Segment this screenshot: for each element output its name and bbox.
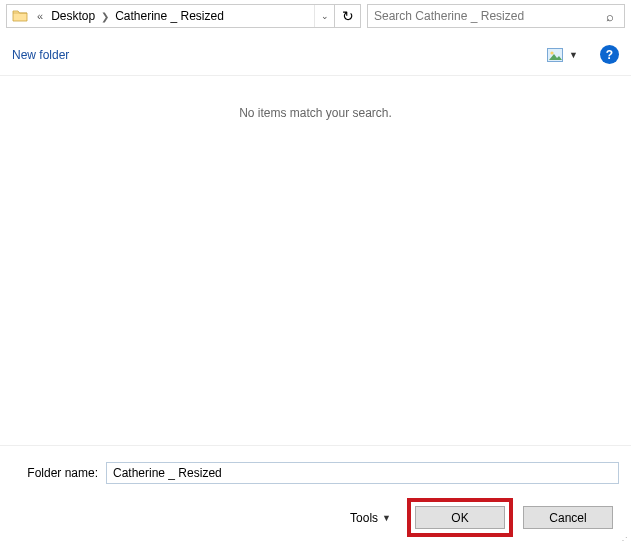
view-options-button[interactable]: ▼ xyxy=(543,46,582,64)
dialog-footer: Folder name: Tools ▼ OK Cancel ⋰ xyxy=(0,446,631,542)
address-toolbar: « Desktop ❯ Catherine _ Resized ⌄ ↻ ⌕ xyxy=(0,0,631,34)
command-bar: New folder ▼ ? xyxy=(0,34,631,76)
address-bar[interactable]: « Desktop ❯ Catherine _ Resized ⌄ ↻ xyxy=(6,4,361,28)
search-icon[interactable]: ⌕ xyxy=(596,5,624,27)
chevron-right-icon: ❯ xyxy=(99,11,111,22)
address-history-dropdown[interactable]: ⌄ xyxy=(314,5,334,27)
cancel-button[interactable]: Cancel xyxy=(523,506,613,529)
empty-results-message: No items match your search. xyxy=(0,76,631,120)
new-folder-button[interactable]: New folder xyxy=(12,48,69,62)
picture-icon xyxy=(547,48,563,62)
file-list-area: No items match your search. xyxy=(0,76,631,446)
chevron-down-icon: ▼ xyxy=(382,513,391,523)
folder-name-input[interactable] xyxy=(106,462,619,484)
search-input[interactable] xyxy=(368,9,596,23)
refresh-button[interactable]: ↻ xyxy=(334,5,360,27)
ok-highlight: OK xyxy=(407,498,513,537)
chevron-down-icon: ▼ xyxy=(569,50,578,60)
tools-menu-button[interactable]: Tools ▼ xyxy=(350,511,391,525)
help-button[interactable]: ? xyxy=(600,45,619,64)
svg-point-1 xyxy=(550,51,553,54)
breadcrumb-root[interactable]: Desktop xyxy=(47,9,99,23)
ok-button[interactable]: OK xyxy=(415,506,505,529)
breadcrumb-overflow[interactable]: « xyxy=(33,10,47,22)
search-box[interactable]: ⌕ xyxy=(367,4,625,28)
folder-name-label: Folder name: xyxy=(12,466,98,480)
folder-icon xyxy=(9,5,31,27)
tools-label: Tools xyxy=(350,511,378,525)
breadcrumb-current[interactable]: Catherine _ Resized xyxy=(111,9,228,23)
